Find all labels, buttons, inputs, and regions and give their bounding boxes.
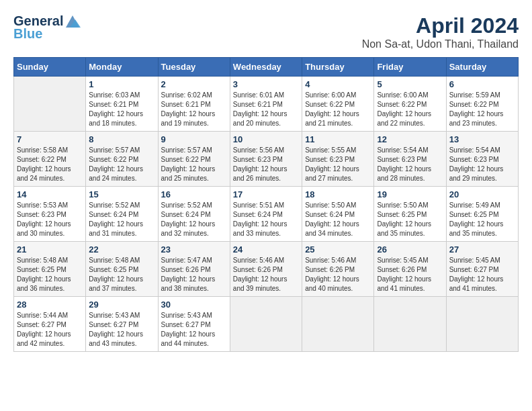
calendar-cell: 21Sunrise: 5:48 AMSunset: 6:25 PMDayligh… (14, 242, 86, 297)
day-info: Sunrise: 5:43 AMSunset: 6:27 PMDaylight:… (89, 311, 154, 349)
day-number: 17 (233, 189, 299, 199)
calendar-cell: 19Sunrise: 5:50 AMSunset: 6:25 PMDayligh… (374, 187, 446, 242)
week-row-5: 28Sunrise: 5:44 AMSunset: 6:27 PMDayligh… (14, 297, 519, 352)
week-row-4: 21Sunrise: 5:48 AMSunset: 6:25 PMDayligh… (14, 242, 519, 297)
day-number: 24 (233, 244, 299, 255)
day-number: 30 (161, 300, 227, 310)
day-number: 9 (161, 134, 227, 144)
week-row-3: 14Sunrise: 5:53 AMSunset: 6:23 PMDayligh… (14, 187, 519, 242)
calendar-cell (374, 297, 446, 352)
day-number: 6 (449, 79, 515, 89)
calendar-cell (14, 77, 86, 132)
day-number: 8 (89, 134, 154, 144)
day-number: 20 (449, 189, 515, 199)
header-wednesday: Wednesday (230, 58, 302, 77)
calendar-title: April 2024 (362, 13, 519, 38)
calendar-cell: 10Sunrise: 5:56 AMSunset: 6:23 PMDayligh… (230, 132, 302, 187)
day-number: 3 (233, 79, 299, 89)
day-number: 26 (377, 244, 443, 255)
calendar-cell: 13Sunrise: 5:54 AMSunset: 6:23 PMDayligh… (446, 132, 518, 187)
day-info: Sunrise: 5:57 AMSunset: 6:22 PMDaylight:… (161, 146, 227, 183)
day-info: Sunrise: 5:46 AMSunset: 6:26 PMDaylight:… (233, 256, 299, 293)
day-number: 23 (161, 244, 227, 255)
calendar-header: SundayMondayTuesdayWednesdayThursdayFrid… (14, 58, 519, 77)
calendar-cell: 20Sunrise: 5:49 AMSunset: 6:25 PMDayligh… (446, 187, 518, 242)
day-info: Sunrise: 5:54 AMSunset: 6:23 PMDaylight:… (449, 146, 515, 183)
calendar-cell: 3Sunrise: 6:01 AMSunset: 6:21 PMDaylight… (230, 77, 302, 132)
day-number: 28 (17, 300, 83, 310)
day-info: Sunrise: 5:53 AMSunset: 6:23 PMDaylight:… (17, 201, 83, 238)
calendar-cell: 5Sunrise: 6:00 AMSunset: 6:22 PMDaylight… (374, 77, 446, 132)
day-number: 4 (305, 79, 371, 89)
logo-icon (63, 14, 82, 29)
calendar-cell: 17Sunrise: 5:51 AMSunset: 6:24 PMDayligh… (230, 187, 302, 242)
day-number: 21 (17, 244, 83, 255)
logo-text: General Blue (13, 13, 82, 42)
day-info: Sunrise: 5:52 AMSunset: 6:24 PMDaylight:… (89, 201, 154, 238)
header-tuesday: Tuesday (158, 58, 230, 77)
header-monday: Monday (86, 58, 158, 77)
calendar-cell: 8Sunrise: 5:57 AMSunset: 6:22 PMDaylight… (86, 132, 158, 187)
day-info: Sunrise: 5:49 AMSunset: 6:25 PMDaylight:… (449, 201, 515, 238)
day-info: Sunrise: 5:46 AMSunset: 6:26 PMDaylight:… (305, 256, 371, 293)
day-info: Sunrise: 5:47 AMSunset: 6:26 PMDaylight:… (161, 256, 227, 293)
calendar-cell (446, 297, 518, 352)
calendar-subtitle: Non Sa-at, Udon Thani, Thailand (362, 38, 519, 50)
header-row: SundayMondayTuesdayWednesdayThursdayFrid… (14, 58, 519, 77)
title-block: April 2024 Non Sa-at, Udon Thani, Thaila… (362, 13, 519, 50)
day-info: Sunrise: 6:02 AMSunset: 6:21 PMDaylight:… (161, 91, 227, 128)
calendar-cell (302, 297, 374, 352)
day-number: 19 (377, 189, 443, 199)
day-info: Sunrise: 5:56 AMSunset: 6:23 PMDaylight:… (233, 146, 299, 183)
calendar-cell: 7Sunrise: 5:58 AMSunset: 6:22 PMDaylight… (14, 132, 86, 187)
day-info: Sunrise: 5:50 AMSunset: 6:25 PMDaylight:… (377, 201, 443, 238)
day-number: 16 (161, 189, 227, 199)
calendar-cell: 12Sunrise: 5:54 AMSunset: 6:23 PMDayligh… (374, 132, 446, 187)
day-number: 18 (305, 189, 371, 199)
calendar-cell: 4Sunrise: 6:00 AMSunset: 6:22 PMDaylight… (302, 77, 374, 132)
day-info: Sunrise: 5:45 AMSunset: 6:26 PMDaylight:… (377, 256, 443, 293)
day-info: Sunrise: 5:45 AMSunset: 6:27 PMDaylight:… (449, 256, 515, 293)
calendar-cell: 23Sunrise: 5:47 AMSunset: 6:26 PMDayligh… (158, 242, 230, 297)
day-info: Sunrise: 5:55 AMSunset: 6:23 PMDaylight:… (305, 146, 371, 183)
page-header: General Blue April 2024 Non Sa-at, Udon … (13, 13, 519, 50)
calendar-cell: 24Sunrise: 5:46 AMSunset: 6:26 PMDayligh… (230, 242, 302, 297)
day-number: 27 (449, 244, 515, 255)
day-info: Sunrise: 5:48 AMSunset: 6:25 PMDaylight:… (89, 256, 154, 293)
calendar-cell: 9Sunrise: 5:57 AMSunset: 6:22 PMDaylight… (158, 132, 230, 187)
day-info: Sunrise: 5:59 AMSunset: 6:22 PMDaylight:… (449, 91, 515, 128)
day-number: 15 (89, 189, 154, 199)
day-info: Sunrise: 6:00 AMSunset: 6:22 PMDaylight:… (377, 91, 443, 128)
logo: General Blue (13, 13, 82, 42)
day-info: Sunrise: 5:43 AMSunset: 6:27 PMDaylight:… (161, 311, 227, 349)
calendar-cell: 30Sunrise: 5:43 AMSunset: 6:27 PMDayligh… (158, 297, 230, 352)
day-info: Sunrise: 6:03 AMSunset: 6:21 PMDaylight:… (89, 91, 154, 128)
calendar-cell: 27Sunrise: 5:45 AMSunset: 6:27 PMDayligh… (446, 242, 518, 297)
calendar-cell: 6Sunrise: 5:59 AMSunset: 6:22 PMDaylight… (446, 77, 518, 132)
calendar-cell: 22Sunrise: 5:48 AMSunset: 6:25 PMDayligh… (86, 242, 158, 297)
day-number: 13 (449, 134, 515, 144)
calendar-cell: 18Sunrise: 5:50 AMSunset: 6:24 PMDayligh… (302, 187, 374, 242)
calendar-cell: 29Sunrise: 5:43 AMSunset: 6:27 PMDayligh… (86, 297, 158, 352)
day-info: Sunrise: 5:54 AMSunset: 6:23 PMDaylight:… (377, 146, 443, 183)
calendar-cell: 25Sunrise: 5:46 AMSunset: 6:26 PMDayligh… (302, 242, 374, 297)
calendar-cell: 2Sunrise: 6:02 AMSunset: 6:21 PMDaylight… (158, 77, 230, 132)
calendar-cell: 26Sunrise: 5:45 AMSunset: 6:26 PMDayligh… (374, 242, 446, 297)
day-number: 11 (305, 134, 371, 144)
calendar-cell: 16Sunrise: 5:52 AMSunset: 6:24 PMDayligh… (158, 187, 230, 242)
day-number: 25 (305, 244, 371, 255)
calendar-cell (230, 297, 302, 352)
day-number: 5 (377, 79, 443, 89)
header-thursday: Thursday (302, 58, 374, 77)
day-number: 12 (377, 134, 443, 144)
day-info: Sunrise: 5:52 AMSunset: 6:24 PMDaylight:… (161, 201, 227, 238)
calendar-cell: 15Sunrise: 5:52 AMSunset: 6:24 PMDayligh… (86, 187, 158, 242)
day-number: 7 (17, 134, 83, 144)
day-info: Sunrise: 5:57 AMSunset: 6:22 PMDaylight:… (89, 146, 154, 183)
calendar-cell: 1Sunrise: 6:03 AMSunset: 6:21 PMDaylight… (86, 77, 158, 132)
day-number: 1 (89, 79, 154, 89)
day-info: Sunrise: 5:51 AMSunset: 6:24 PMDaylight:… (233, 201, 299, 238)
week-row-2: 7Sunrise: 5:58 AMSunset: 6:22 PMDaylight… (14, 132, 519, 187)
day-info: Sunrise: 5:44 AMSunset: 6:27 PMDaylight:… (17, 311, 83, 349)
day-info: Sunrise: 6:00 AMSunset: 6:22 PMDaylight:… (305, 91, 371, 128)
